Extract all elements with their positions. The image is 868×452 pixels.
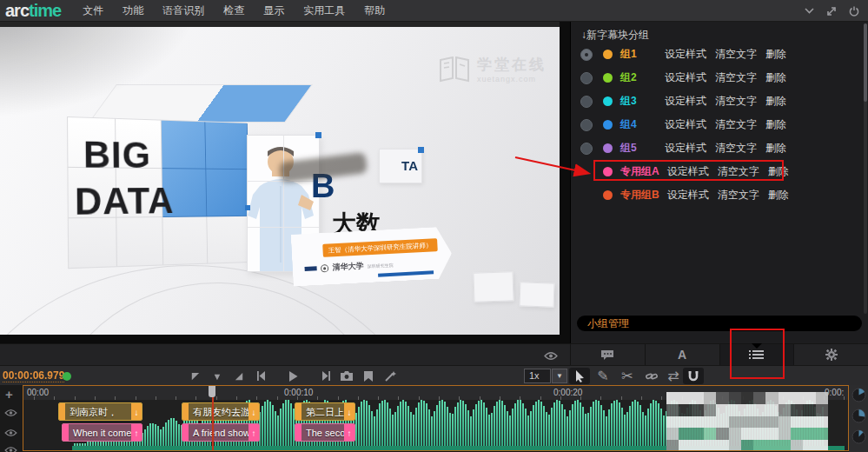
delete-link[interactable]: 删除 <box>765 94 786 109</box>
previous-icon[interactable] <box>253 369 268 383</box>
zoom-knob[interactable] <box>851 388 866 406</box>
track2-eye-icon[interactable] <box>4 425 17 441</box>
add-track-button[interactable]: + <box>5 387 13 402</box>
set-style-link[interactable]: 设定样式 <box>667 188 709 203</box>
clear-text-link[interactable]: 清空文字 <box>715 70 757 85</box>
timeline-canvas[interactable]: 00:00 0:00:10 0:00:20 0:00: 到南京时， ↓ 有朋友约… <box>23 385 849 451</box>
tab-subtitle-comments[interactable] <box>570 344 645 365</box>
menu-utilities[interactable]: 实用工具 <box>294 0 354 21</box>
clear-text-link[interactable]: 清空文字 <box>715 141 757 156</box>
group-row-1: 组1 设定样式 清空文字 删除 <box>571 43 863 66</box>
preview-visibility-eye-icon[interactable] <box>544 349 558 364</box>
subtitle-block-zh[interactable]: 有朋友约去游… ↓ <box>182 402 260 421</box>
group-color-dot <box>603 73 613 83</box>
speed-dropdown-icon[interactable]: ▼ <box>552 369 567 383</box>
block-right-handle[interactable]: ↓ <box>344 403 354 420</box>
menu-functions[interactable]: 功能 <box>113 0 153 21</box>
ruler-label: 00:00 <box>27 388 49 397</box>
panel-scrollbar[interactable] <box>864 23 867 314</box>
block-left-handle[interactable] <box>295 424 301 441</box>
tab-styles[interactable]: A <box>645 344 719 365</box>
group-color-dot <box>603 190 613 200</box>
delete-link[interactable]: 删除 <box>768 164 789 179</box>
subtitle-block-en[interactable]: When it comes ↑ <box>62 423 142 442</box>
menu-help[interactable]: 帮助 <box>354 0 394 21</box>
screenshot-icon[interactable] <box>339 369 354 383</box>
block-right-handle[interactable]: ↑ <box>344 424 354 441</box>
audio-track-eye-icon[interactable] <box>4 442 17 452</box>
playhead-handle[interactable] <box>209 386 215 397</box>
menu-speech-recognition[interactable]: 语音识别 <box>153 0 214 21</box>
block-left-handle[interactable] <box>295 403 301 420</box>
clear-text-link[interactable]: 清空文字 <box>715 47 757 62</box>
group-radio[interactable] <box>580 143 593 155</box>
clear-text-link[interactable]: 清空文字 <box>718 188 759 203</box>
set-in-point-icon[interactable]: ◤ <box>188 369 203 383</box>
delete-link[interactable]: 删除 <box>765 47 786 62</box>
set-style-link[interactable]: 设定样式 <box>665 117 706 132</box>
edit-tool-icon[interactable]: ✎ <box>593 368 613 384</box>
menu-check[interactable]: 检查 <box>214 0 254 21</box>
clear-text-link[interactable]: 清空文字 <box>715 117 757 132</box>
delete-link[interactable]: 删除 <box>765 117 786 132</box>
set-style-link[interactable]: 设定样式 <box>665 141 706 156</box>
set-style-link[interactable]: 设定样式 <box>665 94 706 109</box>
subtitle-block-en[interactable]: A friend showe ↑ <box>182 423 260 442</box>
link-tool-icon[interactable] <box>641 368 662 384</box>
set-style-link[interactable]: 设定样式 <box>667 164 709 179</box>
magnet-snap-icon[interactable] <box>683 368 704 384</box>
insert-subtitle-icon[interactable]: ▼ <box>209 369 225 383</box>
select-tool-icon[interactable] <box>569 368 590 384</box>
delete-link[interactable]: 删除 <box>765 70 786 85</box>
zoom-knob[interactable] <box>851 429 866 448</box>
power-icon[interactable] <box>849 6 859 17</box>
block-left-handle[interactable] <box>63 424 69 441</box>
set-out-point-icon[interactable]: ◢ <box>231 369 247 383</box>
next-icon[interactable] <box>318 369 334 383</box>
bookmark-icon[interactable] <box>361 369 376 383</box>
timeline-gutter: + <box>0 385 23 452</box>
chevron-down-icon[interactable] <box>805 8 814 14</box>
menu-file[interactable]: 文件 <box>73 0 113 21</box>
block-right-handle[interactable]: ↑ <box>248 424 259 441</box>
tab-settings[interactable] <box>793 344 868 365</box>
group-color-dot <box>603 120 613 130</box>
timeline: + 00:00 0:00:10 0:00:20 0:00: 到南京时， ↓ <box>0 385 868 452</box>
block-left-handle[interactable] <box>182 424 189 441</box>
groups-header: ↓新字幕块分组 <box>571 22 868 43</box>
delete-link[interactable]: 删除 <box>765 141 786 156</box>
timecode-display[interactable]: 00:00:06.979 <box>3 369 64 382</box>
clear-text-link[interactable]: 清空文字 <box>715 94 757 109</box>
quick-create-wand-icon[interactable] <box>382 369 398 383</box>
group-manage-button[interactable]: 小组管理 <box>577 316 862 331</box>
block-right-handle[interactable]: ↓ <box>131 403 142 420</box>
delete-link[interactable]: 删除 <box>768 188 789 203</box>
cut-tool-icon[interactable]: ✂ <box>617 368 638 384</box>
fullscreen-icon[interactable] <box>826 6 837 17</box>
tab-group-manage[interactable] <box>719 344 794 365</box>
group-radio[interactable] <box>580 49 593 61</box>
group-radio[interactable] <box>580 96 593 108</box>
clear-text-link[interactable]: 清空文字 <box>718 164 759 179</box>
play-icon[interactable] <box>285 369 301 383</box>
group-name: 组3 <box>620 94 657 109</box>
group-radio[interactable] <box>580 119 593 131</box>
zoom-knob[interactable] <box>851 409 866 427</box>
block-left-handle[interactable] <box>182 403 189 420</box>
subtitle-block-en[interactable]: The secon ↑ <box>295 423 355 442</box>
block-left-handle[interactable] <box>59 403 65 420</box>
menu-display[interactable]: 显示 <box>254 0 294 21</box>
swap-tool-icon[interactable]: ⇄ <box>663 368 684 384</box>
arctime-window: arctime 文件 功能 语音识别 检查 显示 实用工具 帮助 BIG DAT… <box>0 0 868 452</box>
font-icon: A <box>678 348 686 362</box>
playback-speed-select[interactable]: 1x <box>524 369 551 383</box>
group-row-3: 组3 设定样式 清空文字 删除 <box>571 90 863 113</box>
block-right-handle[interactable]: ↑ <box>131 424 142 441</box>
track1-eye-icon[interactable] <box>4 405 17 421</box>
subtitle-block-zh[interactable]: 到南京时， ↓ <box>58 402 142 421</box>
group-radio[interactable] <box>580 72 593 84</box>
subtitle-block-zh[interactable]: 第二日上午 ↓ <box>295 402 355 421</box>
block-right-handle[interactable]: ↓ <box>248 403 259 420</box>
set-style-link[interactable]: 设定样式 <box>665 70 706 85</box>
set-style-link[interactable]: 设定样式 <box>665 47 706 62</box>
